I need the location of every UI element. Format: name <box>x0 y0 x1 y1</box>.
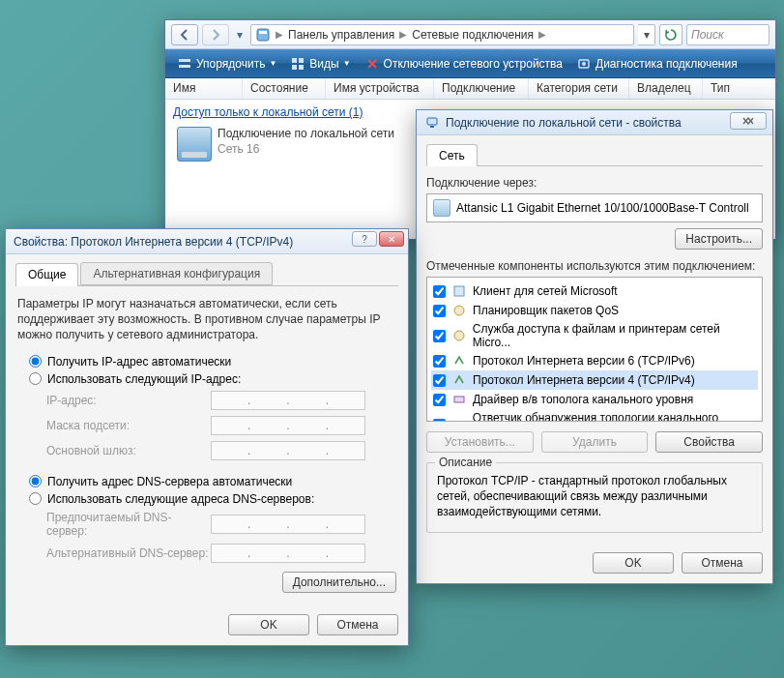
network-adapter-icon <box>177 127 212 162</box>
refresh-button[interactable] <box>659 24 682 45</box>
component-checkbox[interactable] <box>433 394 446 406</box>
help-button[interactable]: ? <box>352 231 377 247</box>
ip-address-input: ... <box>211 391 365 410</box>
close-button[interactable]: ✕ <box>379 231 404 247</box>
nav-forward-button[interactable] <box>202 24 229 45</box>
column-type[interactable]: Тип <box>703 78 775 99</box>
dialog-titlebar[interactable]: Подключение по локальной сети - свойства <box>417 110 772 135</box>
views-icon <box>290 56 305 72</box>
ip-auto-radio[interactable] <box>29 355 42 368</box>
tabstrip: Сеть <box>426 143 763 166</box>
cancel-button[interactable]: Отмена <box>682 552 763 574</box>
search-input[interactable]: Поиск <box>686 24 769 45</box>
svg-rect-0 <box>257 29 269 41</box>
component-item[interactable]: Служба доступа к файлам и принтерам сете… <box>431 320 758 351</box>
diagnose-button[interactable]: Диагностика подключения <box>572 54 741 74</box>
chevron-right-icon: ▶ <box>276 29 283 40</box>
configure-button[interactable]: Настроить... <box>675 228 763 250</box>
component-checkbox[interactable] <box>433 374 446 387</box>
tab-general[interactable]: Общие <box>15 263 78 286</box>
group-header[interactable]: Доступ только к локальной сети (1) <box>173 105 363 119</box>
dns-manual-radio[interactable] <box>29 492 42 505</box>
properties-button[interactable]: Свойства <box>655 431 763 453</box>
tab-alt-config[interactable]: Альтернативная конфигурация <box>80 262 273 285</box>
description-group: Описание Протокол TCP/IP - стандартный п… <box>426 462 763 533</box>
column-category[interactable]: Категория сети <box>529 78 629 99</box>
adapter-field: Attansic L1 Gigabit Ethernet 10/100/1000… <box>426 193 763 222</box>
component-item[interactable]: Драйвер в/в тополога канального уровня <box>431 390 758 409</box>
component-item[interactable]: Протокол Интернета версии 6 (TCP/IPv6) <box>431 351 758 370</box>
breadcrumb[interactable]: ▶ Панель управления ▶ Сетевые подключени… <box>250 24 634 45</box>
nav-back-button[interactable] <box>171 24 198 45</box>
svg-rect-11 <box>430 126 434 128</box>
svg-rect-15 <box>454 397 464 402</box>
gateway-input: ... <box>211 441 365 460</box>
svg-rect-5 <box>299 58 304 63</box>
dns-auto-radio[interactable] <box>29 475 42 487</box>
svg-rect-7 <box>299 65 304 70</box>
column-owner[interactable]: Владелец <box>629 78 703 99</box>
svg-rect-10 <box>427 118 437 125</box>
column-state[interactable]: Состояние <box>243 78 326 99</box>
dialog-title: Свойства: Протокол Интернета версии 4 (T… <box>14 235 293 249</box>
tab-network[interactable]: Сеть <box>426 144 478 166</box>
component-item[interactable]: Клиент для сетей Microsoft <box>431 281 758 301</box>
components-label: Отмеченные компоненты используются этим … <box>426 259 763 273</box>
install-button[interactable]: Установить... <box>426 431 534 453</box>
diagnose-icon <box>576 56 592 72</box>
connection-properties-dialog: Подключение по локальной сети - свойства… <box>416 109 773 584</box>
dialog-titlebar[interactable]: Свойства: Протокол Интернета версии 4 (T… <box>6 229 408 254</box>
breadcrumb-seg1[interactable]: Панель управления <box>288 28 394 42</box>
component-item[interactable]: Ответчик обнаружения топологии канальног… <box>431 409 758 422</box>
explorer-commandbar: Упорядочить ▼ Виды ▼ Отключение сетевого… <box>165 49 775 78</box>
subnet-mask-row: Маска подсети: ... <box>29 413 398 438</box>
ip-manual-radio[interactable] <box>29 372 42 385</box>
ip-address-row: IP-адрес: ... <box>29 388 398 413</box>
driver-icon <box>451 417 467 422</box>
organize-menu[interactable]: Упорядочить ▼ <box>173 54 280 74</box>
cancel-button[interactable]: Отмена <box>317 614 398 635</box>
components-list[interactable]: Клиент для сетей Microsoft Планировщик п… <box>426 277 763 422</box>
protocol-icon <box>451 353 467 368</box>
column-name[interactable]: Имя <box>165 78 243 99</box>
ip-manual-radio-row[interactable]: Использовать следующий IP-адрес: <box>29 370 398 388</box>
svg-rect-1 <box>259 31 267 34</box>
uninstall-button[interactable]: Удалить <box>541 431 649 453</box>
ok-button[interactable]: OK <box>228 614 309 635</box>
description-text: Протокол TCP/IP - стандартный протокол г… <box>437 473 752 520</box>
ipv4-properties-dialog: Свойства: Протокол Интернета версии 4 (T… <box>5 228 409 646</box>
component-checkbox[interactable] <box>433 419 446 423</box>
dns-manual-radio-row[interactable]: Использовать следующие адреса DNS-сервер… <box>29 490 398 508</box>
connection-network: Сеть 16 <box>218 142 394 156</box>
dns-preferred-row: Предпочитаемый DNS-сервер: ... <box>29 508 398 541</box>
service-icon <box>451 328 467 343</box>
component-item[interactable]: Планировщик пакетов QoS <box>431 301 758 320</box>
client-icon <box>451 283 467 299</box>
component-checkbox[interactable] <box>433 305 446 317</box>
column-connection[interactable]: Подключение <box>434 78 529 99</box>
component-checkbox[interactable] <box>433 355 446 368</box>
gateway-row: Основной шлюз: ... <box>29 438 398 463</box>
disable-icon <box>364 56 380 72</box>
breadcrumb-seg2[interactable]: Сетевые подключения <box>412 28 534 42</box>
chevron-right-icon: ▶ <box>399 29 407 40</box>
chevron-down-icon: ▼ <box>269 59 276 68</box>
nav-history-dropdown-icon[interactable]: ▾ <box>233 28 247 42</box>
svg-rect-4 <box>292 58 297 63</box>
connection-name: Подключение по локальной сети <box>218 127 394 140</box>
column-device[interactable]: Имя устройства <box>326 78 434 99</box>
component-checkbox[interactable] <box>433 330 446 342</box>
close-button[interactable] <box>730 112 767 130</box>
advanced-button[interactable]: Дополнительно... <box>282 572 396 593</box>
ok-button[interactable]: OK <box>593 552 674 574</box>
component-checkbox[interactable] <box>433 285 446 298</box>
network-icon <box>424 115 440 131</box>
disable-device-button[interactable]: Отключение сетевого устройства <box>361 54 566 74</box>
component-item-selected[interactable]: Протокол Интернета версии 4 (TCP/IPv4) <box>431 370 758 390</box>
views-menu[interactable]: Виды ▼ <box>286 54 354 74</box>
ip-auto-radio-row[interactable]: Получить IP-адрес автоматически <box>29 353 398 370</box>
svg-point-14 <box>454 331 464 340</box>
breadcrumb-dropdown[interactable]: ▾ <box>638 24 655 45</box>
dns-alt-input: ... <box>211 544 365 563</box>
dns-auto-radio-row[interactable]: Получить адрес DNS-сервера автоматически <box>29 473 398 490</box>
